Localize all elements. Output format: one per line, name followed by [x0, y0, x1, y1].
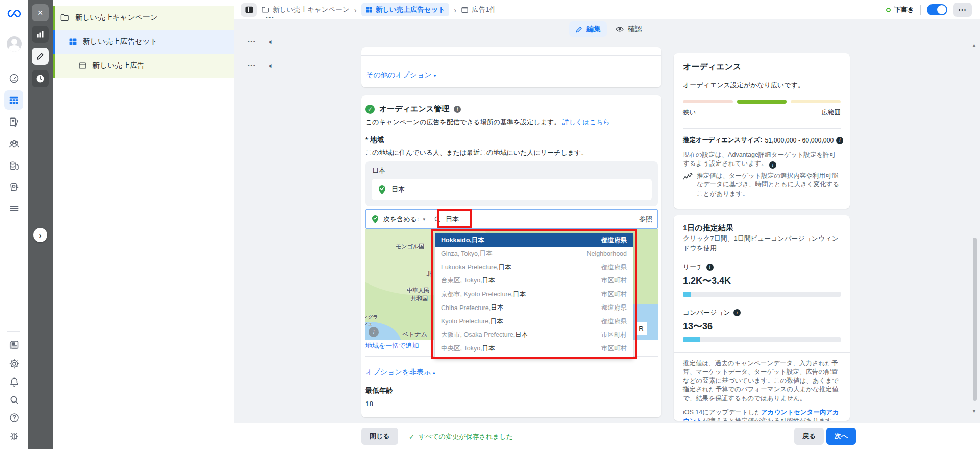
- top-bar: 新しい売上キャンペーン › 新しい売上広告セット › 広告1件 下書き: [234, 0, 980, 19]
- folder-icon: [60, 13, 69, 22]
- close-editor-button[interactable]: ×: [32, 4, 49, 21]
- gauge-segment-active: [737, 100, 787, 104]
- location-option[interactable]: Kyoto Prefecture, 日本都道府県: [435, 315, 633, 328]
- location-group-label: 日本: [372, 166, 385, 175]
- location-option[interactable]: 中央区, Tokyo, 日本市区町村: [435, 342, 633, 356]
- expand-panel-chevron-icon[interactable]: ›: [33, 228, 47, 242]
- tree-row-campaign[interactable]: 新しい売上キャンペーン •••: [53, 6, 234, 30]
- selected-location-chip[interactable]: 日本: [372, 179, 652, 200]
- audiences-people-icon[interactable]: [0, 135, 28, 153]
- bug-report-icon[interactable]: [0, 427, 28, 444]
- gauge-labels: 狭い 広範囲: [683, 108, 841, 117]
- more-options-link-label: その他のオプション: [366, 70, 432, 79]
- tree-campaign-label: 新しい売上キャンペーン: [75, 13, 158, 22]
- ad-menu-ellipsis-icon[interactable]: •••: [248, 63, 256, 68]
- breadcrumb-adset-label: 新しい売上広告セット: [376, 5, 446, 14]
- performance-chart-button[interactable]: [32, 26, 49, 43]
- advantage-note: 現在の設定は、Advantage詳細ターゲット設定を許可するよう設定されています…: [683, 151, 841, 169]
- learn-more-link[interactable]: 詳しくはこちら: [562, 118, 610, 126]
- location-option[interactable]: 台東区, Tokyo, 日本市区町村: [435, 274, 633, 288]
- campaigns-table-icon[interactable]: [4, 90, 23, 110]
- campaign-accent: [53, 6, 55, 30]
- browse-link[interactable]: 参照: [639, 215, 652, 224]
- bulk-add-locations-link[interactable]: 地域を一括で追加: [365, 341, 419, 350]
- breadcrumb-adset-active[interactable]: 新しい売上広告セット: [361, 3, 450, 16]
- back-button[interactable]: 戻る: [794, 428, 824, 445]
- more-menu-button[interactable]: •••: [953, 3, 972, 17]
- saved-status-label: すべての変更が保存されました: [419, 432, 513, 441]
- adset-contrast-icon[interactable]: ◐: [269, 38, 274, 45]
- help-icon[interactable]: [0, 409, 28, 427]
- breadcrumb-campaign[interactable]: 新しい売上キャンペーン: [261, 5, 350, 14]
- map-label-vietnam: ベトナム: [402, 330, 427, 339]
- scroll-up-arrow-icon[interactable]: ▲: [972, 43, 976, 48]
- history-clock-button[interactable]: [32, 70, 49, 87]
- ad-contrast-icon[interactable]: ◐: [269, 62, 274, 69]
- ad-frame-icon: [461, 6, 469, 14]
- breadcrumb-separator: ›: [454, 6, 456, 14]
- conversion-bar: [683, 337, 841, 342]
- eye-icon: [615, 25, 624, 33]
- settings-gear-icon[interactable]: [0, 355, 28, 372]
- conversion-row: コンバージョン i: [683, 308, 841, 317]
- all-tools-menu-icon[interactable]: [0, 200, 28, 217]
- info-icon[interactable]: i: [836, 137, 843, 144]
- location-option[interactable]: Ginza, Tokyo, 日本Neighborhood: [435, 247, 633, 261]
- tree-row-adset[interactable]: 新しい売上広告セット ••• ◐: [53, 30, 234, 54]
- location-option[interactable]: 大阪市, Osaka Prefecture, 日本市区町村: [435, 328, 633, 342]
- reach-row: リーチ i: [683, 263, 841, 272]
- location-search-input[interactable]: 日本: [446, 215, 459, 224]
- adset-menu-ellipsis-icon[interactable]: •••: [248, 39, 256, 44]
- min-age-label: 最低年齢: [365, 386, 393, 395]
- updates-news-icon[interactable]: [0, 336, 28, 353]
- chevron-down-icon[interactable]: ▾: [423, 217, 426, 222]
- location-option[interactable]: Chiba Prefecture, 日本都道府県: [435, 301, 633, 315]
- more-options-card: その他のオプション ▾: [361, 47, 662, 87]
- notifications-bell-icon[interactable]: [0, 373, 28, 391]
- campaign-menu-ellipsis-icon[interactable]: •••: [266, 15, 275, 20]
- pages-icon[interactable]: [0, 113, 28, 131]
- more-options-link[interactable]: その他のオプション ▾: [366, 70, 436, 80]
- breadcrumb: 新しい売上キャンペーン › 新しい売上広告セット › 広告1件: [241, 2, 496, 17]
- saved-status: ✓ すべての変更が保存されました: [409, 432, 513, 441]
- location-help-text: この地域に住んでいる人、または最近この地域にいた人にリーチします。: [365, 148, 587, 157]
- map-info-icon[interactable]: i: [369, 327, 379, 337]
- trend-squiggle-icon: [683, 173, 693, 181]
- chevron-up-icon: ▴: [433, 370, 435, 375]
- location-option[interactable]: 京都市, Kyoto Prefecture, 日本市区町村: [435, 288, 633, 301]
- audience-card-title: オーディエンス管理: [379, 104, 449, 114]
- location-option[interactable]: Fukuoka Prefecture, 日本都道府県: [435, 261, 633, 274]
- close-button[interactable]: 閉じる: [361, 428, 398, 445]
- account-overview-gauge-icon[interactable]: [0, 69, 28, 87]
- info-icon[interactable]: i: [769, 161, 776, 169]
- reach-bar-fill: [683, 292, 691, 297]
- avatar[interactable]: [0, 35, 28, 53]
- next-button[interactable]: 次へ: [826, 428, 856, 445]
- scrollbar-thumb[interactable]: [973, 238, 977, 401]
- tree-row-ad[interactable]: 新しい売上広告 ••• ◐: [53, 54, 234, 78]
- map-label-china-2: 共和国: [411, 295, 428, 302]
- breadcrumb-separator: ›: [354, 6, 357, 14]
- tab-review[interactable]: 確認: [615, 25, 642, 34]
- billing-coins-icon[interactable]: [0, 157, 28, 175]
- hide-options-link[interactable]: オプションを非表示 ▴: [365, 368, 435, 377]
- gauge-segment-broad: [791, 100, 841, 103]
- audience-card-description: このキャンペーンの広告を配信できる場所の基準を設定します。 詳しくはこちら: [365, 117, 610, 127]
- publish-toggle[interactable]: [927, 4, 947, 15]
- sidebar-toggle-button[interactable]: [241, 3, 257, 17]
- location-search-row: 次を含める: ▾ 日本 参照: [365, 209, 658, 229]
- gauge-segment-narrow: [683, 100, 733, 103]
- editor-toolbar: × ›: [28, 0, 53, 449]
- scroll-down-arrow-icon[interactable]: ▼: [972, 409, 976, 414]
- info-icon[interactable]: i: [733, 309, 741, 316]
- ads-gallery-icon[interactable]: [0, 178, 28, 196]
- edit-pencil-button[interactable]: [32, 48, 49, 65]
- tab-edit[interactable]: 編集: [569, 21, 607, 37]
- search-icon[interactable]: [0, 391, 28, 409]
- estimates-disclaimer: 推定値は、過去のキャンペーンデータ、入力された予算、マーケットデータ、ターゲット…: [683, 359, 841, 403]
- location-option[interactable]: Hokkaido, 日本都道府県: [435, 233, 633, 247]
- min-age-value[interactable]: 18: [365, 400, 373, 408]
- info-icon[interactable]: i: [706, 264, 714, 271]
- breadcrumb-ad[interactable]: 広告1件: [461, 5, 496, 14]
- info-icon[interactable]: i: [454, 106, 461, 113]
